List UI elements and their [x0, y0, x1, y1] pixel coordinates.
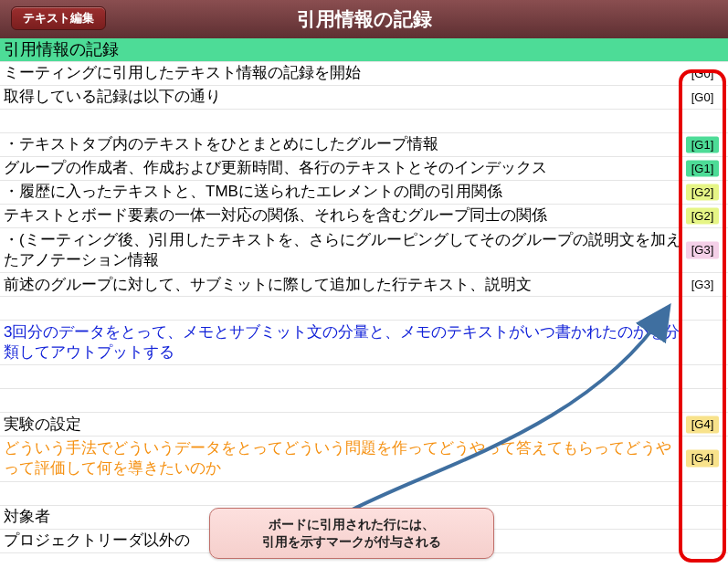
row-text: 前述のグループに対して、サブミットに際して追加した行テキスト、説明文: [4, 275, 682, 295]
row-text: テキストとボード要素の一体一対応の関係、それらを含むグループ同士の関係: [4, 205, 682, 226]
quote-tag: [G1]: [686, 136, 719, 153]
list-row[interactable]: [0, 110, 728, 133]
list-row[interactable]: [0, 389, 728, 413]
row-text: 取得している記録は以下の通り: [4, 87, 682, 107]
quote-tag: [G4]: [686, 415, 719, 433]
list-header[interactable]: 引用情報の記録: [0, 38, 728, 62]
list: 引用情報の記録ミーティングに引用したテキスト情報の記録を開始[G0]取得している…: [0, 38, 728, 553]
list-row[interactable]: ・(ミーティング後、)引用したテキストを、さらにグルーピングしてそのグループの説…: [0, 228, 728, 273]
callout-line2: 引用を示すマークが付与される: [262, 534, 441, 549]
list-row[interactable]: どういう手法でどういうデータをとってどういう問題を作ってどうやって答えてもらって…: [0, 437, 728, 481]
list-row[interactable]: 3回分のデータをとって、メモとサブミット文の分量と、メモのテキストがいつ書かれた…: [0, 321, 728, 365]
list-row[interactable]: ・テキストタブ内のテキストをひとまとめにしたグループ情報[G1]: [0, 133, 728, 157]
row-text: ミーティングに引用したテキスト情報の記録を開始: [4, 63, 682, 83]
list-row[interactable]: テキストとボード要素の一体一対応の関係、それらを含むグループ同士の関係[G2]: [0, 205, 728, 228]
quote-tag: [G0]: [686, 65, 719, 82]
row-text: グループの作成者、作成および更新時間、各行のテキストとそのインデックス: [4, 158, 682, 178]
list-row[interactable]: グループの作成者、作成および更新時間、各行のテキストとそのインデックス[G1]: [0, 157, 728, 181]
annotation-callout: ボードに引用された行には、 引用を示すマークが付与される: [209, 508, 494, 559]
quote-tag: [G2]: [686, 207, 719, 225]
list-row[interactable]: [0, 365, 728, 389]
row-text: どういう手法でどういうデータをとってどういう問題を作ってどうやって答えてもらって…: [4, 438, 682, 479]
page-title: 引用情報の記録: [297, 6, 432, 32]
list-row[interactable]: [0, 482, 728, 506]
text-edit-button[interactable]: テキスト編集: [11, 6, 106, 30]
quote-tag: [G3]: [686, 276, 719, 293]
list-row[interactable]: [0, 297, 728, 321]
row-text: 引用情報の記録: [4, 39, 682, 60]
titlebar: テキスト編集 引用情報の記録: [0, 0, 728, 38]
list-row[interactable]: 取得している記録は以下の通り[G0]: [0, 86, 728, 110]
list-row[interactable]: 実験の設定[G4]: [0, 413, 728, 437]
row-text: ・(ミーティング後、)引用したテキストを、さらにグルーピングしてそのグループの説…: [4, 230, 682, 270]
row-text: ・テキストタブ内のテキストをひとまとめにしたグループ情報: [4, 134, 682, 154]
list-row[interactable]: 前述のグループに対して、サブミットに際して追加した行テキスト、説明文[G3]: [0, 273, 728, 297]
quote-tag: [G0]: [686, 89, 719, 106]
list-row[interactable]: ・履歴に入ったテキストと、TMBに送られたエレメントの間の引用関係[G2]: [0, 181, 728, 205]
row-text: 実験の設定: [4, 415, 682, 435]
quote-tag: [G1]: [686, 160, 719, 177]
list-row[interactable]: ミーティングに引用したテキスト情報の記録を開始[G0]: [0, 62, 728, 86]
quote-tag: [G4]: [686, 450, 719, 468]
row-text: ・履歴に入ったテキストと、TMBに送られたエレメントの間の引用関係: [4, 182, 682, 202]
callout-line1: ボードに引用された行には、: [269, 517, 435, 531]
quote-tag: [G2]: [686, 184, 719, 201]
row-text: 3回分のデータをとって、メモとサブミット文の分量と、メモのテキストがいつ書かれた…: [4, 322, 682, 363]
quote-tag: [G3]: [686, 242, 719, 259]
